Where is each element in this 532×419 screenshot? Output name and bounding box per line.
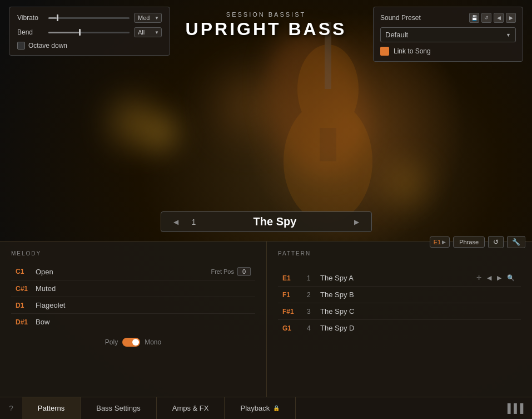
preset-prev-icon[interactable]: ◀ [494,13,504,23]
pattern-note-3: G1 [282,324,302,332]
vibrato-slider-fill [48,17,57,19]
song-selector: ◀ 1 The Spy ▶ [161,211,372,232]
pattern-section: PATTERN E1 1 The Spy A ✛ ◀ ▶ 🔍 F1 2 The … [267,241,532,397]
bars-icon[interactable]: ▐▐▐ [495,403,532,413]
tab-patterns[interactable]: Patterns [22,397,81,419]
pattern-note-0: E1 [282,274,302,282]
controls-left-panel: Vibrato Med Bend All Octave down [9,7,170,56]
playback-lock-icon: 🔒 [273,405,280,411]
controls-bar: E1 ▶ Phrase ↺ 🔧 [423,236,532,248]
fret-value-0: 0 [237,267,251,276]
preset-dropdown[interactable]: Default [380,27,516,42]
bottom-tabs: ? Patterns Bass Settings Amps & FX Playb… [0,397,532,419]
bend-dropdown[interactable]: All [134,27,162,37]
pattern-name-3: The Spy D [320,324,516,332]
pattern-actions-0: ✛ ◀ ▶ 🔍 [475,274,516,282]
search-icon-0[interactable]: 🔍 [505,274,516,282]
prev-icon-0[interactable]: ◀ [485,274,493,282]
melody-name-3: Bow [36,318,251,326]
pattern-num-3: 4 [307,324,316,332]
pattern-row-0[interactable]: E1 1 The Spy A ✛ ◀ ▶ 🔍 [278,270,521,286]
bend-label: Bend [17,28,44,36]
wrench-button[interactable]: 🔧 [507,236,525,248]
mode-button[interactable]: Phrase [453,236,485,248]
pattern-name-1: The Spy B [320,290,516,299]
melody-note-2: D1 [16,302,36,309]
bend-slider[interactable] [48,32,130,33]
melody-row-0[interactable]: C1 Open Fret Pos 0 [11,263,255,280]
melody-section-label: MELODY [11,250,255,257]
fret-label-0: Fret Pos [211,268,234,275]
toggle-thumb [132,339,139,346]
preset-header: Sound Preset 💾 ↺ ◀ ▶ [380,13,516,23]
melody-note-0: C1 [16,268,36,275]
tab-playback[interactable]: Playback 🔒 [225,397,296,419]
octave-label: Octave down [28,42,67,50]
pattern-name-0: The Spy A [320,274,470,282]
melody-name-1: Muted [36,284,251,293]
pattern-section-label: PATTERN [278,250,311,257]
header: Vibrato Med Bend All Octave down [0,0,532,72]
move-icon-0[interactable]: ✛ [475,274,483,282]
pattern-num-1: 2 [307,291,316,299]
song-next-button[interactable]: ▶ [351,217,362,227]
melody-note-3: D#1 [16,318,36,326]
melody-name-2: Flageolet [36,301,251,309]
pattern-name-2: The Spy C [320,307,516,316]
vibrato-dropdown[interactable]: Med [134,13,162,23]
octave-checkbox[interactable] [17,42,25,50]
pattern-num-0: 1 [307,274,316,282]
pattern-note-2: F#1 [282,308,302,316]
song-prev-button[interactable]: ◀ [170,217,182,227]
preset-save-icon[interactable]: 💾 [469,13,479,23]
tab-right-icons: ▐▐▐ [495,403,532,413]
preset-icons: 💾 ↺ ◀ ▶ [469,13,516,23]
key-badge[interactable]: E1 ▶ [430,236,450,248]
mode-cycle-icon[interactable]: ↺ [488,236,504,248]
bend-slider-thumb[interactable] [79,29,81,36]
poly-mono-toggle[interactable] [122,338,140,347]
next-icon-0[interactable]: ▶ [495,274,503,282]
preset-refresh-icon[interactable]: ↺ [481,13,491,23]
vibrato-slider-thumb[interactable] [57,14,58,21]
melody-row-2[interactable]: D1 Flageolet [11,297,255,313]
poly-mono-row: Poly Mono [11,338,255,347]
melody-row-1[interactable]: C#1 Muted [11,280,255,297]
tab-amps-fx[interactable]: Amps & FX [157,397,225,419]
pattern-num-2: 3 [307,308,316,316]
poly-label: Poly [105,338,118,346]
pattern-row-3[interactable]: G1 4 The Spy D [278,320,521,336]
link-label: Link to Song [394,47,431,55]
song-title: The Spy [206,215,344,228]
song-number: 1 [188,218,200,226]
help-button[interactable]: ? [0,404,22,413]
vibrato-slider[interactable] [48,17,130,19]
preset-title: Sound Preset [380,14,421,22]
melody-row-3[interactable]: D#1 Bow [11,314,255,330]
pattern-note-1: F1 [282,291,302,299]
pattern-row-1[interactable]: F1 2 The Spy B [278,287,521,303]
controls-right-panel: Sound Preset 💾 ↺ ◀ ▶ Default Link to Son… [373,7,523,62]
bend-slider-fill [48,32,79,33]
link-row: Link to Song [380,47,516,56]
vibrato-label: Vibrato [17,14,44,22]
vibrato-control: Vibrato Med [17,13,162,23]
preset-next-icon[interactable]: ▶ [506,13,516,23]
link-indicator [380,47,389,56]
pattern-header: PATTERN [278,250,521,263]
octave-row: Octave down [17,42,162,50]
pattern-row-2[interactable]: F#1 3 The Spy C [278,303,521,319]
bend-control: Bend All [17,27,162,37]
melody-note-1: C#1 [16,285,36,293]
tab-bass-settings[interactable]: Bass Settings [81,397,157,419]
bottom-panel: MELODY C1 Open Fret Pos 0 C#1 Muted D1 F… [0,241,532,397]
melody-name-0: Open [36,268,211,276]
mono-label: Mono [145,338,161,346]
melody-section: MELODY C1 Open Fret Pos 0 C#1 Muted D1 F… [0,241,267,397]
